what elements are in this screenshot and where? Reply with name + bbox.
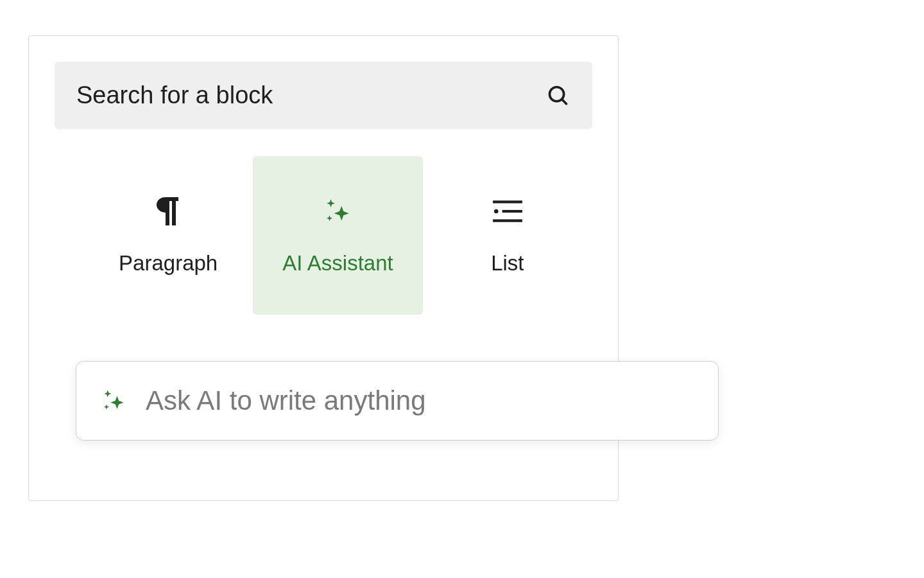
block-label: AI Assistant bbox=[282, 251, 393, 276]
search-icon bbox=[546, 83, 570, 108]
sparkle-icon bbox=[99, 387, 128, 415]
block-grid: Paragraph AI Assistant Li bbox=[55, 156, 592, 315]
list-icon bbox=[492, 196, 524, 227]
block-tile-list[interactable]: List bbox=[423, 156, 592, 315]
svg-point-3 bbox=[494, 209, 499, 213]
search-bar[interactable] bbox=[55, 62, 592, 129]
block-label: List bbox=[491, 251, 524, 276]
block-tile-ai-assistant[interactable]: AI Assistant bbox=[253, 156, 422, 315]
sparkle-icon bbox=[321, 196, 354, 227]
svg-line-1 bbox=[562, 99, 567, 103]
block-label: Paragraph bbox=[119, 251, 218, 276]
block-tile-paragraph[interactable]: Paragraph bbox=[83, 156, 253, 315]
paragraph-icon bbox=[153, 196, 184, 227]
ask-ai-input[interactable] bbox=[146, 385, 695, 416]
ask-ai-bar[interactable] bbox=[76, 361, 719, 441]
search-input[interactable] bbox=[76, 82, 546, 109]
